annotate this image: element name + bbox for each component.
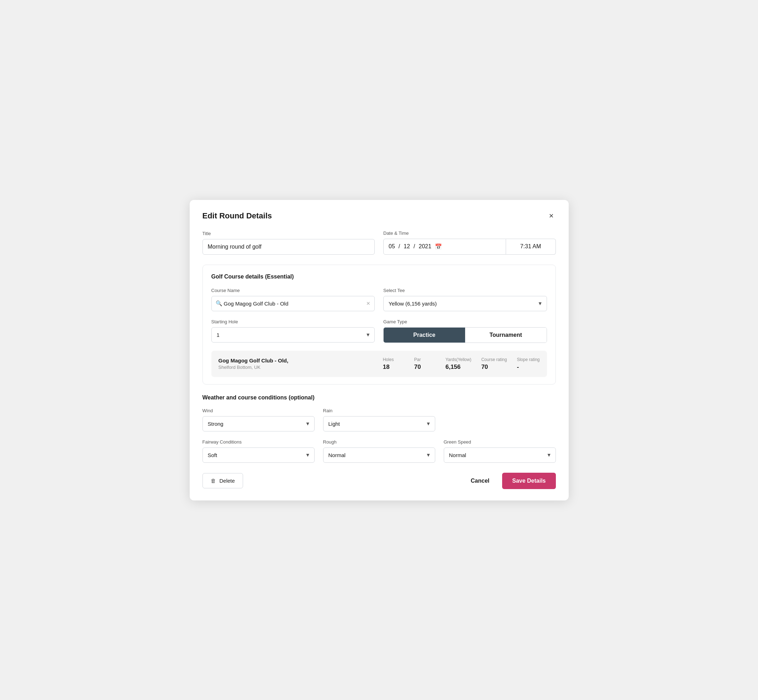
wind-label: Wind — [202, 408, 315, 413]
stat-par: Par 70 — [414, 357, 435, 370]
wind-select-wrap: Strong ▼ — [202, 416, 315, 431]
search-icon: 🔍 — [216, 300, 222, 306]
select-tee-wrap: Yellow (6,156 yards) ▼ — [383, 296, 547, 311]
weather-section-title: Weather and course conditions (optional) — [202, 394, 556, 401]
clear-icon[interactable]: ✕ — [366, 300, 370, 306]
wind-rain-row: Wind Strong ▼ Rain Light ▼ — [202, 408, 556, 431]
practice-button[interactable]: Practice — [384, 328, 465, 342]
starting-hole-group: Starting Hole 1 ▼ — [211, 319, 375, 343]
time-value: 7:31 AM — [520, 243, 541, 250]
fairway-select[interactable]: Soft — [202, 447, 315, 463]
save-button[interactable]: Save Details — [502, 473, 556, 489]
course-info-main: Gog Magog Golf Club - Old, Shelford Bott… — [219, 358, 383, 370]
course-rating-label: Course rating — [481, 357, 507, 362]
holes-label: Holes — [383, 357, 394, 362]
starting-hole-input[interactable]: 1 — [211, 327, 375, 342]
starting-hole-label: Starting Hole — [211, 319, 375, 324]
rough-label: Rough — [323, 439, 435, 445]
edit-round-modal: Edit Round Details × Title Date & Time 0… — [190, 200, 568, 500]
footer-right: Cancel Save Details — [465, 473, 556, 489]
course-stats: Holes 18 Par 70 Yards(Yellow) 6,156 Cour… — [383, 357, 540, 370]
select-tee-input[interactable]: Yellow (6,156 yards) — [383, 296, 547, 311]
title-label: Title — [202, 231, 375, 236]
select-tee-label: Select Tee — [383, 288, 547, 293]
datetime-label: Date & Time — [383, 230, 556, 236]
fairway-select-wrap: Soft ▼ — [202, 447, 315, 463]
cancel-button[interactable]: Cancel — [465, 474, 495, 488]
rain-group: Rain Light ▼ — [323, 408, 435, 431]
rough-group: Rough Normal ▼ — [323, 439, 435, 463]
par-label: Par — [414, 357, 421, 362]
slope-rating-label: Slope rating — [517, 357, 539, 362]
course-tee-row: Course Name 🔍 ✕ Select Tee Yellow (6,156… — [211, 288, 547, 311]
slope-rating-value: - — [517, 364, 519, 370]
modal-title: Edit Round Details — [202, 211, 272, 220]
course-rating-value: 70 — [481, 364, 488, 370]
green-speed-select[interactable]: Normal — [444, 447, 556, 463]
rough-select[interactable]: Normal — [323, 447, 435, 463]
course-info-name: Gog Magog Golf Club - Old, — [219, 358, 383, 364]
time-input[interactable]: 7:31 AM — [506, 239, 556, 255]
golf-course-section-title: Golf Course details (Essential) — [211, 273, 547, 280]
course-name-label: Course Name — [211, 288, 375, 293]
datetime-field-group: Date & Time 05 / 12 / 2021 📅 7:31 AM — [383, 230, 556, 255]
holes-value: 18 — [383, 364, 390, 370]
green-speed-label: Green Speed — [444, 439, 556, 445]
course-name-input-wrap: 🔍 ✕ — [211, 296, 375, 311]
wind-group: Wind Strong ▼ — [202, 408, 315, 431]
course-name-group: Course Name 🔍 ✕ — [211, 288, 375, 311]
golf-course-section: Golf Course details (Essential) Course N… — [202, 265, 556, 384]
date-day: 12 — [404, 243, 410, 250]
rain-label: Rain — [323, 408, 435, 413]
trash-icon: 🗑 — [211, 478, 216, 484]
starting-hole-wrap: 1 ▼ — [211, 327, 375, 342]
fairway-label: Fairway Conditions — [202, 439, 315, 445]
course-name-input[interactable] — [211, 296, 375, 311]
close-button[interactable]: × — [547, 211, 556, 220]
select-tee-group: Select Tee Yellow (6,156 yards) ▼ — [383, 288, 547, 311]
datetime-inputs: 05 / 12 / 2021 📅 7:31 AM — [383, 239, 556, 255]
rain-select-wrap: Light ▼ — [323, 416, 435, 431]
date-input[interactable]: 05 / 12 / 2021 📅 — [383, 239, 506, 255]
delete-label: Delete — [219, 478, 235, 484]
game-type-label: Game Type — [383, 319, 547, 324]
date-year: 2021 — [419, 243, 432, 250]
hole-gametype-row: Starting Hole 1 ▼ Game Type Practice Tou… — [211, 319, 547, 343]
green-speed-group: Green Speed Normal ▼ — [444, 439, 556, 463]
title-field-group: Title — [202, 231, 375, 255]
stat-yards: Yards(Yellow) 6,156 — [446, 357, 471, 370]
wind-select[interactable]: Strong — [202, 416, 315, 431]
footer-row: 🗑 Delete Cancel Save Details — [202, 473, 556, 489]
game-type-group: Game Type Practice Tournament — [383, 319, 547, 343]
fairway-rough-green-row: Fairway Conditions Soft ▼ Rough Normal ▼ — [202, 439, 556, 463]
game-type-toggle: Practice Tournament — [383, 327, 547, 343]
date-month: 05 — [388, 243, 395, 250]
stat-course-rating: Course rating 70 — [481, 357, 507, 370]
top-row: Title Date & Time 05 / 12 / 2021 📅 7:31 … — [202, 230, 556, 255]
calendar-icon: 📅 — [435, 243, 442, 250]
green-speed-select-wrap: Normal ▼ — [444, 447, 556, 463]
rough-select-wrap: Normal ▼ — [323, 447, 435, 463]
delete-button[interactable]: 🗑 Delete — [202, 473, 243, 488]
par-value: 70 — [414, 364, 421, 370]
title-input[interactable] — [202, 239, 375, 255]
stat-slope-rating: Slope rating - — [517, 357, 539, 370]
yards-value: 6,156 — [446, 364, 461, 370]
fairway-group: Fairway Conditions Soft ▼ — [202, 439, 315, 463]
rain-select[interactable]: Light — [323, 416, 435, 431]
modal-header: Edit Round Details × — [202, 211, 556, 220]
course-info-box: Gog Magog Golf Club - Old, Shelford Bott… — [211, 351, 547, 377]
weather-section: Weather and course conditions (optional)… — [202, 394, 556, 463]
course-info-location: Shelford Bottom, UK — [219, 364, 383, 370]
stat-holes: Holes 18 — [383, 357, 404, 370]
tournament-button[interactable]: Tournament — [465, 328, 547, 342]
yards-label: Yards(Yellow) — [446, 357, 471, 362]
